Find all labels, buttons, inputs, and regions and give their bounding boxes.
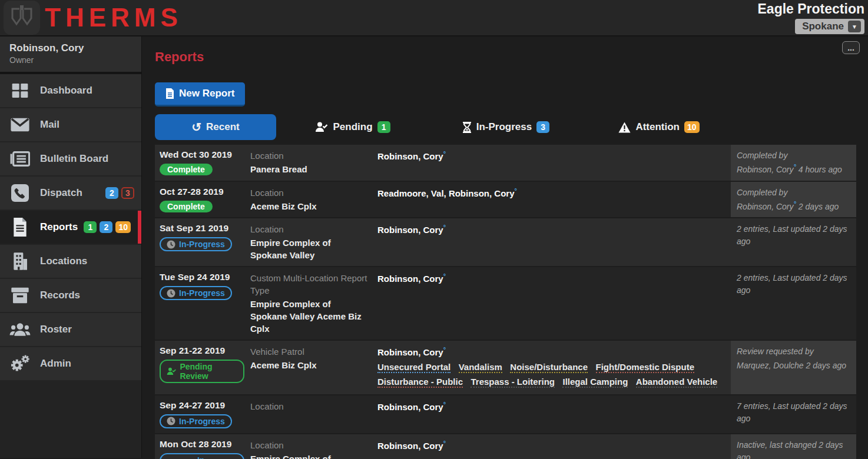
warning-icon — [618, 122, 631, 133]
status-badge-in-progress: In-Progress — [160, 237, 232, 251]
sidebar-item-label: Reports — [40, 221, 78, 233]
overflow-menu-button[interactable]: ... — [842, 41, 860, 54]
report-row[interactable]: Mon Oct 28 2019 ! In-Progress Location E… — [155, 434, 856, 459]
report-officers: Robinson, Cory° — [377, 439, 725, 453]
report-type-label: Custom Multi-Location Report Type — [250, 272, 368, 297]
sidebar-item-label: Roster — [40, 324, 72, 335]
reports-inprogress-badge: 2 — [100, 221, 112, 233]
report-row[interactable]: Oct 27-28 2019 Complete Location Aceme B… — [155, 182, 856, 218]
report-date: Sep 21-22 2019 — [160, 345, 244, 356]
tab-in-progress[interactable]: In-Progress 3 — [429, 114, 582, 140]
report-officers: Readmoore, Val, Robinson, Cory° — [377, 187, 725, 200]
report-location: Aceme Biz Cplx — [250, 359, 368, 371]
chevron-down-icon: ▼ — [848, 21, 861, 32]
tab-attention[interactable]: Attention 10 — [582, 114, 736, 140]
report-date: Oct 27-28 2019 — [160, 187, 244, 197]
officer-status-dot: ° — [515, 187, 517, 194]
dispatch-badge-count: 2 — [105, 187, 118, 199]
tab-attention-badge: 10 — [684, 121, 700, 133]
phone-icon — [8, 184, 32, 202]
report-status-info: Completed by Robinson, Cory° 4 hours ago — [731, 145, 856, 181]
status-badge-pending-review: Pending Review — [160, 360, 244, 383]
report-officers: Robinson, Cory° — [377, 272, 725, 285]
report-date: Wed Oct 30 2019 — [160, 149, 244, 160]
report-status-info: Completed by Robinson, Cory° 2 days ago — [731, 182, 856, 218]
report-row[interactable]: Wed Oct 30 2019 Complete Location Panera… — [155, 145, 856, 181]
new-report-label: New Report — [179, 88, 234, 99]
officer-status-dot: ° — [443, 150, 446, 157]
sidebar-item-bulletin-board[interactable]: Bulletin Board — [0, 142, 141, 175]
user-role: Owner — [9, 55, 132, 65]
report-officers: Robinson, Cory° — [377, 149, 725, 163]
user-card[interactable]: Robinson, Cory Owner — [0, 36, 141, 74]
clock-icon — [167, 240, 175, 249]
report-type-label: Location — [250, 223, 368, 235]
sidebar-item-reports[interactable]: Reports 1 2 10 — [0, 211, 141, 244]
officer-status-dot: ° — [794, 200, 796, 207]
report-document-icon — [8, 218, 32, 237]
building-icon — [8, 252, 32, 271]
sidebar-item-locations[interactable]: Locations — [0, 245, 141, 278]
brand-logo[interactable]: THERMS — [4, 1, 183, 35]
person-check-icon — [315, 122, 328, 132]
sidebar-item-dashboard[interactable]: Dashboard — [0, 74, 141, 107]
reports-attention-badge: 10 — [115, 221, 131, 233]
dispatch-alert-badge-count: 3 — [121, 187, 134, 199]
region-label: Spokane — [802, 21, 844, 32]
sidebar-item-label: Dashboard — [40, 85, 92, 97]
report-location: Empire Complex of Spokane Valley — [250, 453, 368, 459]
report-date: Mon Oct 28 2019 — [160, 439, 244, 450]
report-type-label: Location — [250, 187, 368, 199]
brand-wordmark: THERMS — [45, 1, 183, 35]
incident-tag[interactable]: Disturbance - Public — [377, 377, 463, 388]
sidebar-item-roster[interactable]: Roster — [0, 313, 141, 346]
report-row[interactable]: Sat Sep 21 2019 In-Progress Location Emp… — [155, 218, 856, 266]
reports-pending-badge: 1 — [84, 221, 97, 233]
report-tabs: ↺ Recent Pending 1 — [155, 114, 736, 140]
report-row[interactable]: Sep 24-27 2019 In-Progress Location Robi… — [155, 395, 856, 433]
sidebar-item-label: Admin — [40, 358, 71, 370]
tab-label: Recent — [206, 121, 240, 133]
sidebar-item-label: Bulletin Board — [40, 153, 108, 165]
history-icon: ↺ — [191, 120, 201, 134]
sidebar-item-mail[interactable]: Mail — [0, 108, 141, 141]
report-officers: Robinson, Cory° — [377, 223, 725, 237]
sidebar-item-label: Locations — [40, 255, 87, 267]
tab-recent[interactable]: ↺ Recent — [155, 114, 276, 140]
report-row[interactable]: Sep 21-22 2019 Pending Review Vehicle Pa… — [155, 341, 856, 394]
sidebar-item-label: Mail — [40, 119, 59, 131]
tab-pending[interactable]: Pending 1 — [276, 114, 429, 140]
sidebar-item-admin[interactable]: Admin — [0, 347, 141, 380]
incident-tag[interactable]: Illegal Camping — [562, 377, 628, 388]
sidebar-item-dispatch[interactable]: Dispatch 2 3 — [0, 177, 141, 209]
report-row[interactable]: Tue Sep 24 2019 In-Progress Custom Multi… — [155, 267, 856, 340]
archive-box-icon — [8, 287, 32, 304]
incident-tag[interactable]: Trespass - Loitering — [471, 377, 555, 388]
status-badge-complete: Complete — [160, 201, 213, 212]
dashboard-grid-icon — [8, 81, 32, 100]
clock-icon — [167, 417, 175, 425]
report-status-info: Review requested by Marquez, Doulche 2 d… — [731, 341, 856, 394]
sidebar-item-label: Records — [40, 290, 80, 301]
report-date: Tue Sep 24 2019 — [160, 272, 244, 282]
incident-tag[interactable]: Fight/Domestic Dispute — [596, 362, 695, 373]
report-status-info: 7 entries, Last updated 2 days ago — [731, 395, 856, 433]
incident-tag[interactable]: Unsecured Portal — [377, 362, 450, 373]
sidebar-item-records[interactable]: Records — [0, 279, 141, 312]
report-location: Empire Complex of Spokane Valley — [250, 237, 368, 261]
report-location: Empire Complex of Spokane Valley Aceme B… — [250, 298, 368, 335]
officer-status-dot: ° — [443, 346, 446, 353]
incident-tag[interactable]: Abandoned Vehicle — [636, 377, 717, 388]
sidebar-item-label: Dispatch — [40, 187, 82, 199]
incident-tag[interactable]: Vandalism — [459, 362, 502, 373]
region-selector-button[interactable]: Spokane ▼ — [795, 19, 864, 34]
officer-status-dot: ° — [794, 163, 796, 170]
new-report-button[interactable]: New Report — [155, 82, 245, 107]
top-bar: THERMS Eagle Protection Spokane ▼ — [0, 0, 868, 36]
incident-tag[interactable]: Noise/Disturbance — [510, 362, 588, 373]
gears-icon — [8, 354, 32, 373]
officer-status-dot: ° — [443, 401, 446, 408]
report-type-label: Location — [250, 400, 368, 413]
tab-in-progress-badge: 3 — [536, 121, 549, 133]
organization-name: Eagle Protection — [758, 1, 864, 17]
